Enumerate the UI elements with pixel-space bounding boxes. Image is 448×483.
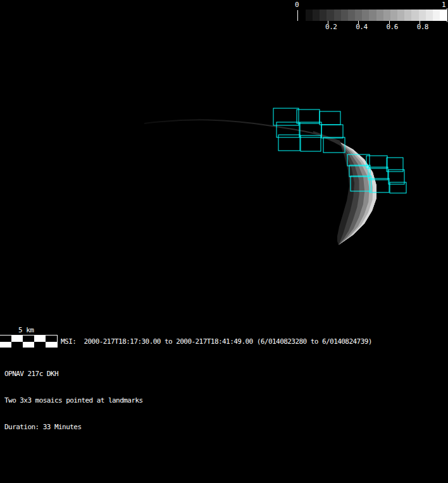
scale-bar-segment xyxy=(34,342,46,348)
sequence-title: OPNAV 217c DKH xyxy=(4,370,143,379)
colorbar-min-tick xyxy=(297,10,298,21)
colorbar-gradient xyxy=(306,9,447,21)
mosaic-footprint xyxy=(301,135,321,151)
colorbar-step xyxy=(397,9,404,21)
scale-bar-segment xyxy=(46,336,57,342)
colorbar-step xyxy=(440,9,447,21)
scale-bar-segment xyxy=(46,342,57,348)
colorbar-step xyxy=(355,9,362,21)
colorbar: 0 1 0.20.40.60.8 xyxy=(0,0,448,35)
scale-bar-checker xyxy=(0,335,58,348)
sequence-duration: Duration: 33 Minutes xyxy=(4,423,143,432)
colorbar-step xyxy=(383,9,390,21)
scale-bar-segment xyxy=(23,342,34,348)
scale-bar-segment xyxy=(11,336,23,342)
colorbar-step xyxy=(369,9,376,21)
scale-bar-segment xyxy=(23,336,34,342)
colorbar-tick-label: 0.6 xyxy=(386,23,397,31)
colorbar-step xyxy=(433,9,440,21)
colorbar-step xyxy=(411,9,418,21)
colorbar-step xyxy=(390,9,397,21)
scale-bar-segment xyxy=(0,336,11,342)
mosaic-footprint xyxy=(320,111,340,125)
colorbar-tick-label: 0.4 xyxy=(356,23,367,31)
mosaic-footprint xyxy=(273,108,299,125)
asteroid-limb-wedge xyxy=(313,131,342,147)
colorbar-step xyxy=(404,9,411,21)
colorbar-step xyxy=(348,9,355,21)
mosaic-overlays xyxy=(273,108,406,193)
colorbar-max-tick xyxy=(447,8,447,22)
asteroid-render-view xyxy=(0,0,448,326)
mosaic-1 xyxy=(273,108,345,153)
scale-bar-segment xyxy=(34,336,46,342)
colorbar-step xyxy=(306,9,313,21)
colorbar-step xyxy=(334,9,341,21)
scale-bar-segment xyxy=(11,342,23,348)
colorbar-tick-label: 0.2 xyxy=(325,23,337,31)
colorbar-step xyxy=(376,9,383,21)
info-block: OPNAV 217c DKH Two 3x3 mosaics pointed a… xyxy=(4,352,143,441)
colorbar-step xyxy=(426,9,433,21)
colorbar-min-label: 0 xyxy=(295,1,299,9)
colorbar-step xyxy=(341,9,348,21)
scale-bar-segment xyxy=(0,342,11,348)
colorbar-step xyxy=(419,9,426,21)
colorbar-step xyxy=(320,9,327,21)
status-line: MSI: 2000-217T18:17:30.00 to 2000-217T18… xyxy=(61,337,372,346)
colorbar-step xyxy=(313,9,320,21)
asteroid-crescent xyxy=(337,142,376,245)
colorbar-step xyxy=(327,9,333,21)
colorbar-tick-label: 0.8 xyxy=(417,23,428,31)
sequence-description: Two 3x3 mosaics pointed at landmarks xyxy=(4,396,143,405)
scale-bar-label: 5 km xyxy=(18,326,34,334)
mosaic-footprint xyxy=(297,110,320,123)
colorbar-max-label: 1 xyxy=(442,1,445,9)
colorbar-step xyxy=(362,9,369,21)
